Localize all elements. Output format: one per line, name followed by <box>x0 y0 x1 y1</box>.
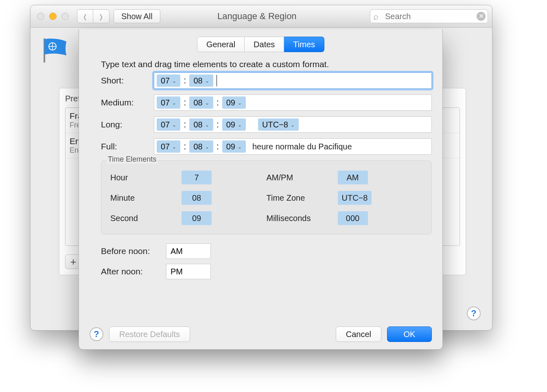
forward-button[interactable]: › <box>93 9 109 23</box>
after-noon-label: After noon: <box>101 267 166 276</box>
zoom-window-button[interactable] <box>61 13 69 20</box>
second-token[interactable]: 09⌄ <box>222 96 246 109</box>
element-label-ampm: AM/PM <box>267 173 338 182</box>
search-field[interactable]: ⌕ ✕ <box>370 9 488 23</box>
element-label-timezone: Time Zone <box>267 193 338 203</box>
separator: : <box>183 141 187 152</box>
chevron-down-icon: ⌄ <box>238 122 242 128</box>
chevron-down-icon: ⌄ <box>205 122 209 128</box>
row-label: Short: <box>101 76 154 85</box>
cancel-button[interactable]: Cancel <box>336 326 381 342</box>
timezone-name-text: heure normale du Pacifique <box>248 142 352 151</box>
separator: : <box>183 75 187 86</box>
separator: : <box>216 141 220 152</box>
chevron-left-icon: ‹ <box>83 7 86 26</box>
long-format-field[interactable]: 07⌄ : 08⌄ : 09⌄ UTC−8⌄ <box>154 116 432 133</box>
element-label-second: Second <box>110 214 182 223</box>
chevron-down-icon: ⌄ <box>291 122 295 128</box>
minute-token[interactable]: 08⌄ <box>189 74 213 87</box>
chevron-down-icon: ⌄ <box>172 144 176 150</box>
chevron-down-icon: ⌄ <box>205 78 209 84</box>
element-timezone[interactable]: UTC−8 <box>338 191 372 205</box>
second-token[interactable]: 09⌄ <box>222 118 246 131</box>
element-minute[interactable]: 08 <box>182 191 212 205</box>
minute-token[interactable]: 08⌄ <box>189 140 213 153</box>
separator: : <box>216 97 220 108</box>
element-milliseconds[interactable]: 000 <box>338 211 368 225</box>
window-controls <box>37 13 69 20</box>
chevron-down-icon: ⌄ <box>205 100 209 106</box>
chevron-down-icon: ⌄ <box>172 122 176 128</box>
group-legend: Time Elements <box>106 155 158 164</box>
search-icon: ⌕ <box>373 11 379 22</box>
row-label: Long: <box>101 120 154 129</box>
hour-token[interactable]: 07⌄ <box>157 74 180 87</box>
element-label-milliseconds: Milliseconds <box>267 214 338 223</box>
before-noon-label: Before noon: <box>101 246 166 256</box>
help-button[interactable]: ? <box>467 307 481 320</box>
format-row-long: Long: 07⌄ : 08⌄ : 09⌄ UTC−8⌄ <box>101 116 432 133</box>
chevron-down-icon: ⌄ <box>205 144 209 150</box>
short-format-field[interactable]: 07⌄ : 08⌄ <box>154 72 432 89</box>
element-label-hour: Hour <box>110 173 182 182</box>
separator: : <box>183 97 187 108</box>
after-noon-row: After noon: <box>101 264 432 279</box>
window-title: Language & Region <box>164 11 366 22</box>
format-row-short: Short: 07⌄ : 08⌄ <box>101 72 432 89</box>
minute-token[interactable]: 08⌄ <box>189 96 213 109</box>
format-tabs: General Dates Times <box>90 37 432 52</box>
element-label-minute: Minute <box>110 193 182 203</box>
hour-token[interactable]: 07⌄ <box>157 140 180 153</box>
show-all-button[interactable]: Show All <box>114 9 160 23</box>
chevron-right-icon: › <box>100 7 103 26</box>
minimize-window-button[interactable] <box>49 13 57 20</box>
nav-buttons: ‹ › <box>77 9 109 23</box>
chevron-down-icon: ⌄ <box>172 78 176 84</box>
before-noon-row: Before noon: <box>101 243 432 259</box>
tab-general[interactable]: General <box>197 37 245 52</box>
after-noon-input[interactable] <box>166 264 211 279</box>
advanced-formats-sheet: General Dates Times Type text and drag t… <box>79 29 443 350</box>
back-button[interactable]: ‹ <box>77 9 93 23</box>
clear-search-button[interactable]: ✕ <box>477 12 486 21</box>
sheet-footer: ? Restore Defaults Cancel OK <box>79 326 442 342</box>
format-row-full: Full: 07⌄ : 08⌄ : 09⌄ heure normale du P… <box>101 138 432 155</box>
separator: : <box>183 119 187 130</box>
instruction-text: Type text and drag time elements to crea… <box>90 59 432 69</box>
ok-button[interactable]: OK <box>387 326 432 342</box>
element-second[interactable]: 09 <box>182 211 212 225</box>
chevron-down-icon: ⌄ <box>238 144 242 150</box>
help-button[interactable]: ? <box>90 327 103 341</box>
search-input[interactable] <box>370 9 488 23</box>
medium-format-field[interactable]: 07⌄ : 08⌄ : 09⌄ <box>154 94 432 111</box>
minute-token[interactable]: 08⌄ <box>189 118 213 131</box>
tab-dates[interactable]: Dates <box>245 37 284 52</box>
before-noon-input[interactable] <box>166 243 211 259</box>
row-label: Full: <box>101 142 154 151</box>
close-window-button[interactable] <box>37 13 44 20</box>
row-label: Medium: <box>101 98 154 107</box>
text-cursor <box>217 75 217 86</box>
chevron-down-icon: ⌄ <box>172 100 176 106</box>
chevron-down-icon: ⌄ <box>238 100 242 106</box>
element-hour[interactable]: 7 <box>182 171 212 184</box>
timezone-token[interactable]: UTC−8⌄ <box>258 118 299 131</box>
titlebar: ‹ › Show All Language & Region ⌕ ✕ <box>31 5 492 28</box>
separator: : <box>216 119 220 130</box>
tab-times[interactable]: Times <box>284 37 324 52</box>
element-ampm[interactable]: AM <box>338 171 368 184</box>
time-elements-group: Time Elements Hour7 Minute08 Second09 AM… <box>101 160 432 234</box>
format-row-medium: Medium: 07⌄ : 08⌄ : 09⌄ <box>101 94 432 111</box>
hour-token[interactable]: 07⌄ <box>157 96 180 109</box>
full-format-field[interactable]: 07⌄ : 08⌄ : 09⌄ heure normale du Pacifiq… <box>154 138 432 155</box>
restore-defaults-button[interactable]: Restore Defaults <box>109 326 190 342</box>
hour-token[interactable]: 07⌄ <box>157 118 180 131</box>
second-token[interactable]: 09⌄ <box>222 140 246 153</box>
